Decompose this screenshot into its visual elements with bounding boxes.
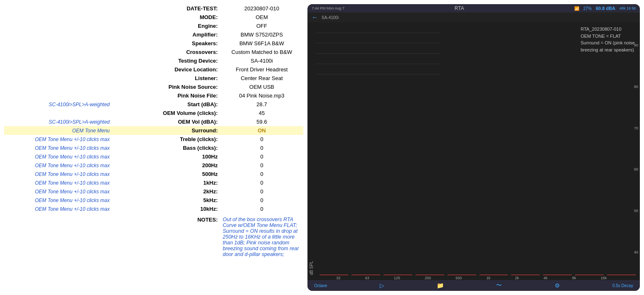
rta-y-scale: 908070605040 [632, 22, 640, 275]
x-label: 500 [456, 276, 462, 280]
row-value: 0 [220, 205, 303, 213]
row-source [4, 30, 112, 39]
row-value: 04 Pink Noise.mp3 [220, 91, 303, 100]
row-value: BMW S6F1A B&W [220, 39, 303, 48]
row-value: OFF [220, 22, 303, 30]
rta-screen: 7:44 PM Mon Aug 7 RTA 📶 27% 60.8 dBA 48k… [307, 4, 640, 291]
table-row: SC-4100i>SPL>A-weightedStart (dBA):28.7 [4, 100, 303, 109]
row-source [4, 74, 112, 83]
bar [415, 275, 444, 275]
y-scale-label: 60 [634, 167, 638, 171]
row-value: 0 [220, 196, 303, 205]
rta-time: 7:44 PM Mon Aug 7 [312, 6, 344, 10]
rta-wave-icon[interactable]: 〜 [496, 282, 502, 289]
table-row: Speakers:BMW S6F1A B&W [4, 39, 303, 48]
rta-chart-inner: RTA_20230807-010 OEM TONE = FLAT Surroun… [315, 22, 640, 275]
rta-top-left: 7:44 PM Mon Aug 7 [312, 6, 344, 10]
row-value: BMW S752/0ZPS [220, 30, 303, 39]
row-label: Listener: [112, 74, 220, 83]
row-value: 0 [220, 135, 303, 144]
rta-top-right: 📶 27% 60.8 dBA 48k 16 bit [574, 6, 636, 11]
table-row: OEM Tone Menu +/-10 clicks max5kHz:0 [4, 196, 303, 205]
table-row: Listener:Center Rear Seat [4, 74, 303, 83]
row-label: 2kHz: [112, 187, 220, 196]
table-row: OEM Tone MenuSurround:ON [4, 126, 303, 135]
y-scale-label: 90 [634, 43, 638, 47]
row-value: 28.7 [220, 100, 303, 109]
row-label: Treble (clicks): [112, 135, 220, 144]
bar [447, 275, 476, 275]
row-source [4, 13, 112, 22]
row-source: OEM Tone Menu +/-10 clicks max [4, 161, 112, 170]
bar [383, 275, 412, 275]
bar-group [320, 275, 348, 275]
table-row: Testing Device:SA-4100i [4, 56, 303, 65]
x-label: 250 [425, 276, 431, 280]
row-value: Custom Matched to B&W [220, 48, 303, 56]
row-source: OEM Tone Menu +/-10 clicks max [4, 205, 112, 213]
bar-group [415, 275, 444, 275]
row-value: ON [220, 126, 303, 135]
table-row: OEM Tone Menu +/-10 clicks max10kHz:0 [4, 205, 303, 213]
notes-row: NOTES:Out of the box crossovers RTA Curv… [4, 213, 303, 258]
row-source: SC-4100i>SPL>A-weighted [4, 117, 112, 126]
row-source: OEM Tone Menu +/-10 clicks max [4, 178, 112, 187]
table-row: OEM Tone Menu +/-10 clicks max500Hz0 [4, 170, 303, 178]
row-source [4, 65, 112, 74]
rta-bars-container [315, 22, 640, 275]
rta-battery: 27% [583, 6, 592, 11]
rta-settings-icon[interactable]: ⚙ [555, 282, 560, 289]
rta-decay-label: 0.5s Decay [612, 283, 633, 288]
bar [351, 275, 380, 275]
table-row: OEM Volume (clicks):45 [4, 109, 303, 117]
row-source [4, 4, 112, 13]
table-row: OEM Tone Menu +/-10 clicks maxBass (clic… [4, 144, 303, 152]
rta-x-axis: 32631252505001k2k4k8k16k [307, 275, 640, 280]
x-label: 125 [394, 276, 400, 280]
row-label: 10kHz: [112, 205, 220, 213]
row-label: Testing Device: [112, 56, 220, 65]
rta-bit-info: 48k 16 bit [619, 6, 636, 10]
left-panel: DATE-TEST:20230807-010MODE:OEMEngine:OFF… [4, 4, 303, 291]
data-table: DATE-TEST:20230807-010MODE:OEMEngine:OFF… [4, 4, 303, 258]
row-value: 0 [220, 187, 303, 196]
row-source: OEM Tone Menu [4, 126, 112, 135]
row-value: OEM [220, 13, 303, 22]
row-value: 0 [220, 152, 303, 161]
row-source [4, 91, 112, 100]
notes-source [4, 213, 112, 258]
row-label: 5kHz: [112, 196, 220, 205]
row-value: 0 [220, 144, 303, 152]
x-label: 4k [543, 276, 548, 280]
y-scale-label: 50 [634, 209, 638, 213]
rta-folder-icon[interactable]: 📁 [437, 282, 444, 289]
bar-group [543, 275, 572, 275]
row-label: OEM Volume (clicks): [112, 109, 220, 117]
bar-group [351, 275, 380, 275]
x-label: 8k [572, 276, 576, 280]
bar-group [607, 275, 636, 275]
row-source: OEM Tone Menu +/-10 clicks max [4, 187, 112, 196]
row-label: 100Hz [112, 152, 220, 161]
row-value: 0 [220, 178, 303, 187]
row-source [4, 48, 112, 56]
table-row: DATE-TEST:20230807-010 [4, 4, 303, 13]
row-label: 200Hz [112, 161, 220, 170]
x-label: 32 [337, 276, 341, 280]
row-value: 0 [220, 161, 303, 170]
row-source [4, 109, 112, 117]
rta-play-icon[interactable]: ▷ [380, 282, 384, 289]
row-label: Pink Noise File: [112, 91, 220, 100]
y-scale-label: 80 [634, 85, 638, 89]
table-row: OEM Tone Menu +/-10 clicks max1kHz:0 [4, 178, 303, 187]
bar-group [575, 275, 604, 275]
bar [607, 275, 636, 275]
rta-nav-bar: ← SA-4100i [307, 12, 640, 22]
x-label: 16k [601, 276, 607, 280]
table-row: Amplifier:BMW S752/0ZPS [4, 30, 303, 39]
y-scale-label: 40 [634, 250, 638, 254]
bar [575, 275, 604, 275]
row-label: Engine: [112, 22, 220, 30]
back-arrow-icon[interactable]: ← [312, 14, 318, 21]
row-label: Start (dBA): [112, 100, 220, 109]
